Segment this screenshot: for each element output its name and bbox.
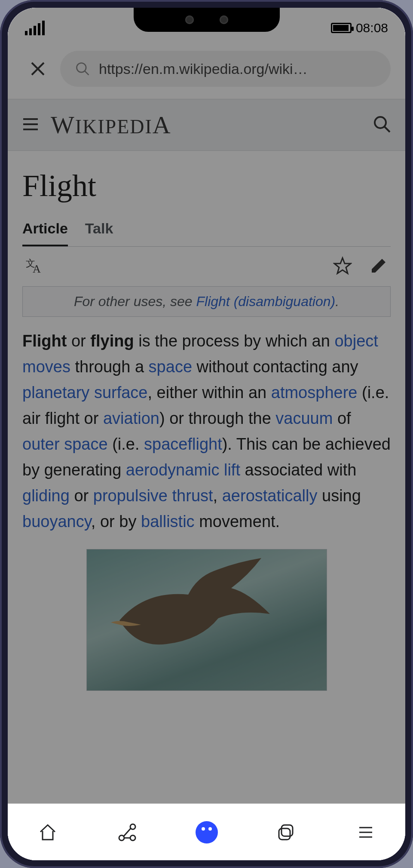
bold-flight: Flight bbox=[22, 332, 67, 350]
bold-flying: flying bbox=[90, 332, 134, 350]
phone-frame: 08:08 https://en.m.wikipedia.org/wiki… bbox=[0, 0, 413, 868]
svg-line-8 bbox=[385, 127, 390, 132]
tabs-icon bbox=[275, 822, 297, 843]
svg-point-15 bbox=[130, 835, 135, 840]
home-icon bbox=[37, 822, 58, 843]
search-icon bbox=[373, 115, 392, 134]
notch bbox=[134, 8, 280, 32]
assistant-icon bbox=[196, 821, 218, 843]
link-atmosphere[interactable]: atmosphere bbox=[271, 383, 358, 402]
clock: 08:08 bbox=[356, 21, 388, 35]
svg-line-16 bbox=[123, 828, 131, 837]
hatnote-suffix: . bbox=[335, 294, 339, 309]
menu-lines-icon bbox=[355, 822, 376, 843]
link-gliding[interactable]: gliding bbox=[22, 487, 70, 505]
lead-paragraph: Flight or flying is the process by which… bbox=[22, 328, 391, 534]
link-aviation[interactable]: aviation bbox=[103, 409, 159, 427]
link-aerostatically[interactable]: aerostatically bbox=[222, 487, 318, 505]
wiki-search-button[interactable] bbox=[373, 115, 392, 135]
close-icon bbox=[29, 60, 46, 77]
link-buoyancy[interactable]: buoyancy bbox=[22, 512, 91, 531]
pencil-icon bbox=[369, 256, 388, 275]
language-button[interactable]: 文 A bbox=[25, 256, 44, 277]
svg-point-14 bbox=[130, 824, 135, 829]
close-tab-button[interactable] bbox=[28, 58, 48, 79]
url-bar[interactable]: https://en.m.wikipedia.org/wiki… bbox=[60, 51, 391, 87]
svg-marker-11 bbox=[334, 258, 351, 273]
share-button[interactable] bbox=[112, 817, 142, 847]
link-ballistic[interactable]: ballistic bbox=[141, 512, 195, 531]
tab-article[interactable]: Article bbox=[22, 216, 68, 246]
link-outer-space[interactable]: outer space bbox=[22, 435, 108, 453]
share-icon bbox=[116, 822, 138, 843]
link-vacuum[interactable]: vacuum bbox=[275, 409, 333, 427]
pelican-image bbox=[86, 549, 327, 691]
hatnote-prefix: For other uses, see bbox=[74, 294, 196, 309]
edit-button[interactable] bbox=[369, 256, 388, 277]
svg-rect-19 bbox=[279, 828, 290, 840]
tabs-button[interactable] bbox=[271, 817, 301, 847]
svg-marker-12 bbox=[372, 259, 385, 273]
hamburger-icon bbox=[21, 115, 40, 133]
home-button[interactable] bbox=[33, 817, 63, 847]
hatnote-link[interactable]: Flight (disambiguation) bbox=[196, 294, 335, 309]
article-tool-row: 文 A bbox=[22, 247, 391, 286]
svg-line-3 bbox=[85, 71, 89, 75]
page-content: 08:08 https://en.m.wikipedia.org/wiki… bbox=[8, 8, 405, 860]
link-planetary-surface[interactable]: planetary surface bbox=[22, 383, 148, 402]
star-icon bbox=[333, 256, 352, 275]
signal-icon bbox=[25, 21, 45, 35]
lead-image[interactable] bbox=[22, 549, 391, 691]
wikipedia-header: WIKIPEDIA bbox=[8, 99, 405, 151]
svg-rect-18 bbox=[281, 825, 293, 836]
link-moves[interactable]: moves bbox=[22, 358, 70, 376]
screen: 08:08 https://en.m.wikipedia.org/wiki… bbox=[8, 8, 405, 860]
article-tabs: Article Talk bbox=[22, 216, 391, 247]
menu-button[interactable] bbox=[21, 115, 40, 135]
url-text: https://en.m.wikipedia.org/wiki… bbox=[99, 61, 376, 77]
link-space[interactable]: space bbox=[149, 358, 192, 376]
browser-toolbar: https://en.m.wikipedia.org/wiki… bbox=[8, 39, 405, 99]
link-propulsive-thrust[interactable]: propulsive thrust bbox=[93, 487, 213, 505]
page-title: Flight bbox=[22, 168, 391, 204]
browser-bottom-nav bbox=[8, 804, 405, 860]
wikipedia-logo[interactable]: WIKIPEDIA bbox=[51, 110, 171, 139]
search-icon bbox=[75, 61, 90, 77]
language-icon: 文 A bbox=[25, 256, 44, 275]
hatnote: For other uses, see Flight (disambiguati… bbox=[22, 286, 391, 317]
svg-point-2 bbox=[77, 63, 86, 73]
battery-icon bbox=[331, 23, 352, 33]
menu-button[interactable] bbox=[351, 817, 381, 847]
watchlist-button[interactable] bbox=[333, 256, 352, 277]
link-object[interactable]: object bbox=[334, 332, 378, 350]
bird-silhouette-icon bbox=[102, 556, 291, 668]
link-aerodynamic-lift[interactable]: aerodynamic lift bbox=[126, 461, 240, 479]
tab-talk[interactable]: Talk bbox=[85, 216, 113, 246]
article-body[interactable]: Flight Article Talk 文 A bbox=[8, 151, 405, 860]
svg-point-7 bbox=[375, 117, 386, 128]
svg-text:A: A bbox=[33, 263, 41, 275]
link-spaceflight[interactable]: spaceflight bbox=[144, 435, 222, 453]
assistant-button[interactable] bbox=[192, 817, 222, 847]
